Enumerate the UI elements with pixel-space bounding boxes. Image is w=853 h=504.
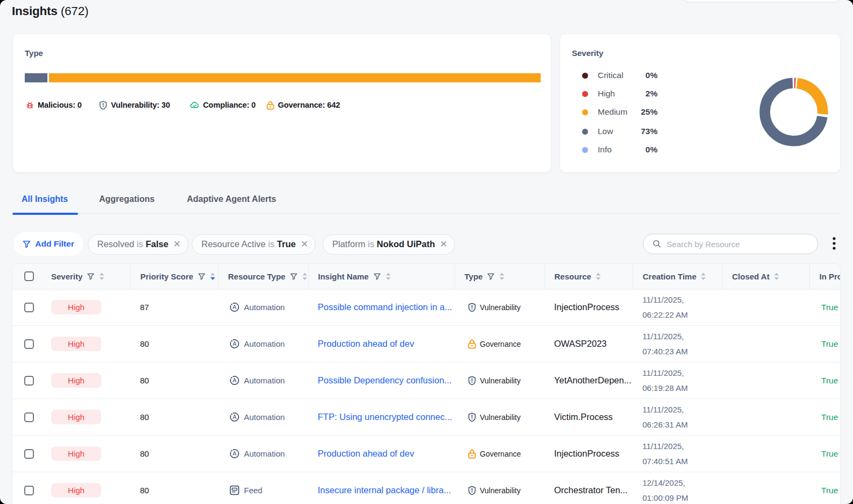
svg-text:A: A <box>233 341 236 347</box>
svg-text:A: A <box>233 450 236 457</box>
svg-text:A: A <box>233 377 236 384</box>
svg-text:A: A <box>233 414 236 421</box>
svg-text:A: A <box>233 304 236 311</box>
